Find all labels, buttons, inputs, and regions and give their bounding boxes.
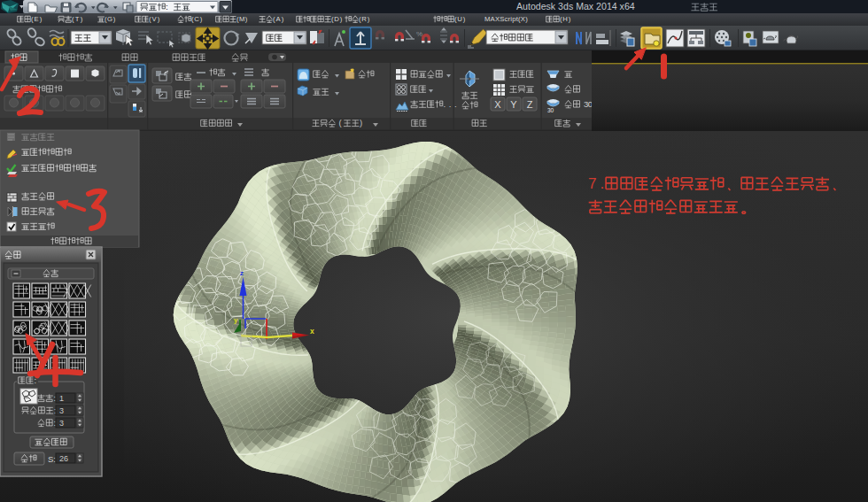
svg-text:30: 30 bbox=[584, 99, 593, 109]
svg-text:7.: 7. bbox=[588, 174, 604, 192]
svg-text:X: X bbox=[494, 99, 501, 110]
svg-text:(A): (A) bbox=[273, 15, 284, 23]
svg-text:(R): (R) bbox=[359, 15, 370, 23]
svg-text:Z: Z bbox=[527, 99, 533, 110]
svg-text:MAXScript(X): MAXScript(X) bbox=[484, 15, 528, 23]
svg-text:(G): (G) bbox=[105, 15, 116, 23]
svg-text:Y: Y bbox=[510, 99, 517, 110]
svg-text:(U): (U) bbox=[454, 15, 466, 23]
svg-text::: : bbox=[166, 2, 168, 12]
svg-text:(E): (E) bbox=[31, 15, 43, 23]
svg-text:z: z bbox=[240, 269, 244, 277]
svg-text:(C): (C) bbox=[191, 15, 203, 23]
svg-text:3: 3 bbox=[59, 419, 64, 428]
svg-text:(M): (M) bbox=[236, 15, 248, 23]
svg-text:26: 26 bbox=[59, 454, 68, 463]
svg-text:y: y bbox=[234, 316, 238, 324]
svg-text:(D): (D) bbox=[331, 15, 343, 23]
svg-text:(H): (H) bbox=[560, 15, 571, 23]
svg-text:3: 3 bbox=[59, 406, 64, 415]
svg-text:30: 30 bbox=[547, 107, 554, 113]
svg-text:(T): (T) bbox=[72, 15, 83, 23]
svg-text:1: 1 bbox=[59, 394, 64, 403]
svg-text:%: % bbox=[416, 30, 422, 38]
svg-text:x: x bbox=[310, 327, 314, 336]
svg-text:): ) bbox=[360, 118, 362, 127]
svg-text:(V): (V) bbox=[149, 15, 160, 23]
svg-text:S:: S: bbox=[48, 454, 56, 464]
svg-text:...: ... bbox=[444, 99, 457, 109]
svg-text:Autodesk 3ds Max 2014 x64: Autodesk 3ds Max 2014 x64 bbox=[516, 1, 635, 12]
